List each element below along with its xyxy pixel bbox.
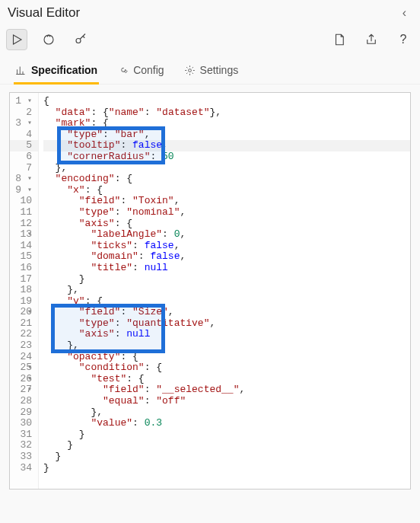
line-number: 24 ▾ [10, 352, 38, 363]
document-icon [332, 33, 346, 46]
tab-config[interactable]: Config [116, 59, 165, 84]
line-number: 33 [10, 451, 38, 463]
line-number: 12 ▾ [10, 218, 38, 230]
line-number: 5 [10, 140, 38, 151]
export-button[interactable] [361, 29, 382, 50]
svg-marker-0 [14, 35, 22, 44]
code-line[interactable]: "x": { [43, 185, 410, 196]
code-line[interactable]: "field": "Toxin", [43, 196, 410, 207]
tab-settings[interactable]: Settings [183, 59, 240, 84]
line-number: 22 [10, 329, 38, 340]
code-line[interactable]: } [43, 429, 410, 441]
line-number: 9 ▾ [10, 185, 38, 196]
code-line[interactable]: }, [43, 285, 410, 296]
code-line[interactable]: "opacity": { [43, 352, 410, 363]
code-line[interactable]: "labelAngle": 0, [43, 229, 410, 241]
code-line[interactable]: "mark": { [43, 118, 410, 129]
gear-icon [184, 65, 196, 76]
code-line[interactable]: }, [43, 163, 410, 174]
code-line[interactable]: "data": {"name": "dataset"}, [43, 107, 410, 119]
line-number: 31 [10, 429, 38, 441]
share-icon [364, 33, 378, 46]
line-number: 8 ▾ [10, 174, 38, 185]
code-line[interactable]: "ticks": false, [43, 241, 410, 252]
code-line[interactable]: } [43, 463, 410, 474]
code-line[interactable]: }, [43, 407, 410, 419]
code-body[interactable]: { "data": {"name": "dataset"}, "mark": {… [39, 93, 410, 489]
line-number: 18 [10, 285, 38, 296]
tab-label: Config [133, 64, 164, 76]
help-button[interactable]: ? [393, 29, 414, 50]
line-number: 1 ▾ [10, 96, 38, 107]
line-number: 32 [10, 440, 38, 451]
svg-point-1 [44, 35, 53, 44]
line-number: 16 [10, 263, 38, 274]
line-number: 3 ▾ [10, 118, 38, 129]
line-number: 28 [10, 396, 38, 407]
line-number: 13 [10, 229, 38, 241]
code-line[interactable]: "type": "bar", [43, 129, 410, 141]
toolbar: ? [0, 24, 420, 56]
line-number: 29 [10, 407, 38, 419]
wrench-icon [117, 65, 129, 76]
line-number: 34 [10, 463, 38, 474]
code-line[interactable]: "value": 0.3 [43, 418, 410, 429]
line-number: 6 [10, 151, 38, 163]
code-line[interactable]: "y": { [43, 296, 410, 308]
line-number: 11 [10, 207, 38, 218]
question-icon: ? [400, 33, 407, 46]
svg-point-3 [188, 69, 191, 72]
line-number: 20 [10, 307, 38, 318]
line-number: 21 [10, 318, 38, 330]
tab-bar: Specification Config Settings [0, 56, 420, 85]
fieldmap-button[interactable] [70, 29, 91, 50]
code-line[interactable]: "type": "quantitative", [43, 318, 410, 330]
code-line[interactable]: "equal": "off" [43, 396, 410, 407]
code-editor[interactable]: 1 ▾23 ▾45678 ▾9 ▾101112 ▾13141516171819 … [9, 92, 411, 490]
key-icon [74, 33, 88, 46]
new-spec-button[interactable] [329, 29, 350, 50]
barchart-icon [15, 65, 27, 76]
tab-label: Specification [31, 64, 97, 76]
line-gutter: 1 ▾23 ▾45678 ▾9 ▾101112 ▾13141516171819 … [10, 93, 39, 489]
line-number: 10 [10, 196, 38, 207]
line-number: 19 ▾ [10, 296, 38, 308]
tab-label: Settings [200, 64, 239, 76]
line-number: 23 [10, 340, 38, 352]
code-line[interactable]: } [43, 440, 410, 451]
line-number: 2 [10, 107, 38, 119]
line-number: 7 [10, 163, 38, 174]
app-title: Visual Editor [8, 5, 80, 21]
line-number: 26 ▾ [10, 374, 38, 385]
code-line[interactable]: "title": null [43, 263, 410, 274]
line-number: 15 [10, 251, 38, 263]
code-line[interactable]: "encoding": { [43, 174, 410, 185]
code-line[interactable]: "test": { [43, 374, 410, 385]
line-number: 17 [10, 274, 38, 285]
code-line[interactable]: "axis": { [43, 218, 410, 230]
apply-button[interactable] [6, 29, 27, 50]
code-line[interactable]: "field": "__selected__", [43, 384, 410, 396]
collapse-chevron-icon[interactable]: ‹ [398, 5, 411, 21]
code-line[interactable]: "cornerRadius": 50 [43, 151, 410, 163]
tab-specification[interactable]: Specification [14, 59, 99, 84]
line-number: 4 [10, 129, 38, 141]
code-line[interactable]: "tooltip": false, [43, 140, 410, 151]
autoformat-button[interactable] [38, 29, 59, 50]
play-icon [10, 33, 24, 46]
line-number: 14 [10, 241, 38, 252]
line-number: 30 [10, 418, 38, 429]
svg-point-2 [76, 39, 81, 43]
code-line[interactable]: }, [43, 340, 410, 352]
code-line[interactable]: "field": "Size", [43, 307, 410, 318]
code-line[interactable]: "axis": null [43, 329, 410, 340]
code-line[interactable]: } [43, 451, 410, 463]
code-line[interactable]: } [43, 274, 410, 285]
line-number: 27 [10, 384, 38, 396]
code-line[interactable]: "type": "nominal", [43, 207, 410, 218]
titlebar: Visual Editor ‹ [0, 0, 420, 24]
code-line[interactable]: "condition": { [43, 362, 410, 374]
code-line[interactable]: "domain": false, [43, 251, 410, 263]
line-number: 25 ▾ [10, 362, 38, 374]
code-line[interactable]: { [43, 96, 410, 107]
